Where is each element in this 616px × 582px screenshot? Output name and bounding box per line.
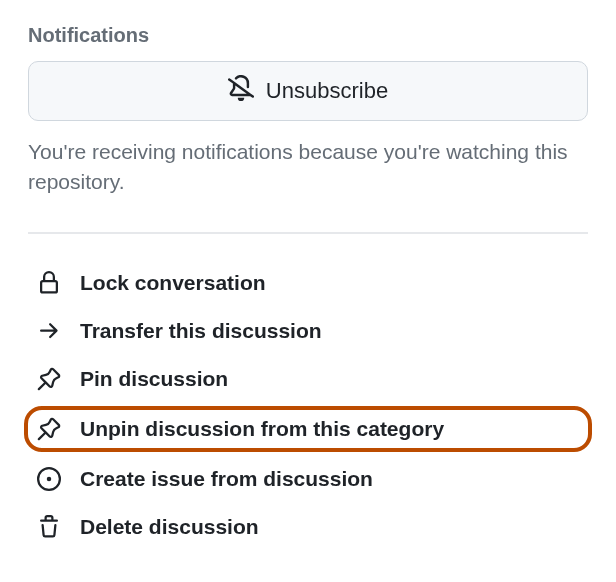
arrow-right-icon <box>36 318 62 344</box>
bell-slash-icon <box>228 75 254 107</box>
pin-label: Pin discussion <box>80 367 228 391</box>
unsubscribe-label: Unsubscribe <box>266 78 388 104</box>
lock-label: Lock conversation <box>80 271 266 295</box>
transfer-discussion-action[interactable]: Transfer this discussion <box>28 310 588 352</box>
delete-discussion-action[interactable]: Delete discussion <box>28 506 588 548</box>
unpin-category-action[interactable]: Unpin discussion from this category <box>24 406 592 452</box>
create-issue-action[interactable]: Create issue from discussion <box>28 458 588 500</box>
notifications-section: Notifications Unsubscribe You're receivi… <box>28 24 588 198</box>
notifications-help-text: You're receiving notifications because y… <box>28 137 588 198</box>
pin-discussion-action[interactable]: Pin discussion <box>28 358 588 400</box>
issue-opened-icon <box>36 466 62 492</box>
transfer-label: Transfer this discussion <box>80 319 322 343</box>
pin-icon <box>36 366 62 392</box>
unpin-category-label: Unpin discussion from this category <box>80 417 444 441</box>
create-issue-label: Create issue from discussion <box>80 467 373 491</box>
divider <box>28 232 588 234</box>
lock-conversation-action[interactable]: Lock conversation <box>28 262 588 304</box>
unsubscribe-button[interactable]: Unsubscribe <box>28 61 588 121</box>
lock-icon <box>36 270 62 296</box>
discussion-actions: Lock conversation Transfer this discussi… <box>28 262 588 548</box>
pin-icon <box>36 416 62 442</box>
trash-icon <box>36 514 62 540</box>
notifications-title: Notifications <box>28 24 588 47</box>
delete-label: Delete discussion <box>80 515 259 539</box>
